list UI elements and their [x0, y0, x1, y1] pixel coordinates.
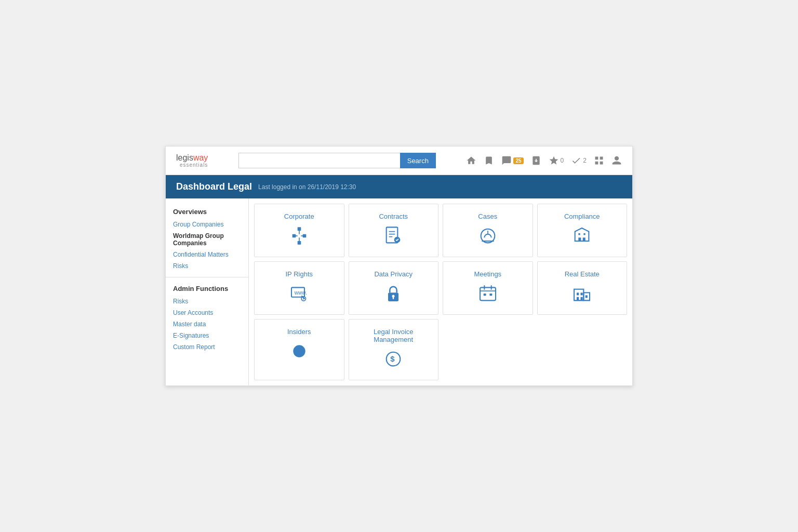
main-layout: Overviews Group Companies Worldmap Group… — [166, 198, 632, 385]
tile-meetings[interactable]: Meetings — [443, 261, 533, 315]
sidebar-item-worldmap[interactable]: Worldmap Group Companies — [166, 230, 248, 249]
svg-rect-39 — [586, 295, 588, 298]
sidebar-item-master-data[interactable]: Master data — [166, 318, 248, 330]
sidebar-item-e-signatures[interactable]: E-Signatures — [166, 330, 248, 341]
svg-rect-26 — [393, 297, 394, 299]
sidebar-item-risks-admin[interactable]: Risks — [166, 296, 248, 307]
dashboard-title: Dashboard Legal — [176, 181, 252, 192]
sidebar-item-group-companies[interactable]: Group Companies — [166, 219, 248, 230]
header: legisway essentials Search 25 — [166, 147, 632, 175]
insiders-icon — [289, 341, 310, 364]
grid-icon-btn[interactable] — [594, 155, 604, 166]
ip-rights-icon: www. — [289, 283, 310, 306]
svg-rect-19 — [584, 233, 586, 235]
tile-contracts[interactable]: Contracts — [349, 204, 439, 257]
svg-rect-0 — [297, 227, 301, 231]
svg-rect-32 — [489, 294, 492, 296]
data-privacy-icon — [383, 283, 404, 306]
tile-legal-invoice-label: Legal Invoice Management — [354, 328, 433, 343]
cases-icon — [477, 225, 498, 248]
svg-rect-35 — [577, 292, 579, 295]
svg-point-41 — [293, 345, 305, 357]
tile-ip-rights-label: IP Rights — [285, 270, 313, 278]
logo-legis: legis — [176, 153, 193, 162]
svg-rect-36 — [581, 292, 583, 295]
logo: legisway essentials — [176, 153, 208, 168]
check-count: 2 — [583, 157, 587, 164]
svg-rect-31 — [483, 294, 486, 296]
app-container: legisway essentials Search 25 — [165, 146, 633, 386]
legal-invoice-icon: $ — [383, 349, 404, 371]
messages-badge: 25 — [513, 157, 523, 164]
tile-corporate[interactable]: Corporate — [254, 204, 344, 257]
tile-real-estate-label: Real Estate — [565, 270, 600, 278]
svg-rect-18 — [579, 233, 580, 235]
sidebar-divider — [166, 277, 248, 277]
star-count: 0 — [561, 157, 564, 164]
svg-text:www.: www. — [294, 290, 307, 296]
header-icons: 25 0 2 — [466, 155, 622, 166]
tile-contracts-label: Contracts — [379, 212, 408, 220]
search-input[interactable] — [238, 153, 400, 168]
logo-way: way — [193, 153, 208, 162]
tile-insiders-label: Insiders — [287, 328, 311, 336]
corporate-icon — [289, 225, 310, 248]
sidebar-item-confidential[interactable]: Confidential Matters — [166, 249, 248, 260]
tile-real-estate[interactable]: Real Estate — [537, 261, 628, 315]
compliance-icon — [571, 225, 592, 248]
dashboard-grid: Corporate Contracts Cases — [254, 204, 627, 380]
check-icon-btn[interactable]: 2 — [571, 155, 587, 166]
svg-rect-37 — [577, 297, 579, 301]
meetings-icon — [477, 283, 498, 306]
content-area: Corporate Contracts Cases — [249, 198, 632, 385]
tile-ip-rights[interactable]: IP Rights www. — [254, 261, 344, 315]
overviews-title: Overviews — [166, 206, 248, 219]
tile-cases[interactable]: Cases — [443, 204, 533, 257]
tile-data-privacy[interactable]: Data Privacy — [349, 261, 439, 315]
bookmark-icon-btn[interactable] — [484, 155, 494, 166]
sidebar: Overviews Group Companies Worldmap Group… — [166, 198, 249, 385]
dashboard-subtitle: Last logged in on 26/11/2019 12:30 — [258, 183, 356, 191]
svg-rect-38 — [581, 297, 583, 301]
tile-compliance-label: Compliance — [564, 212, 600, 220]
sidebar-item-user-accounts[interactable]: User Accounts — [166, 307, 248, 318]
svg-text:$: $ — [390, 354, 395, 363]
svg-rect-3 — [297, 241, 301, 245]
tile-corporate-label: Corporate — [284, 212, 314, 220]
star-icon-btn[interactable]: 0 — [549, 155, 564, 166]
dashboard-bar: Dashboard Legal Last logged in on 26/11/… — [166, 175, 632, 198]
contracts-icon — [383, 225, 404, 248]
logo-text: legisway — [176, 153, 208, 163]
user-icon-btn[interactable] — [611, 155, 622, 166]
tile-insiders[interactable]: Insiders — [254, 319, 344, 380]
search-button[interactable]: Search — [400, 153, 436, 168]
home-icon-btn[interactable] — [466, 155, 476, 166]
sidebar-item-custom-report[interactable]: Custom Report — [166, 341, 248, 353]
svg-rect-27 — [480, 287, 496, 300]
admin-title: Admin Functions — [166, 283, 248, 296]
messages-icon-btn[interactable]: 25 — [501, 155, 523, 166]
search-area: Search — [238, 153, 436, 168]
tile-legal-invoice[interactable]: Legal Invoice Management $ — [349, 319, 439, 380]
logo-sub: essentials — [176, 162, 208, 168]
real-estate-icon — [571, 283, 592, 306]
book-icon-btn[interactable] — [531, 155, 541, 166]
tile-cases-label: Cases — [478, 212, 497, 220]
tile-data-privacy-label: Data Privacy — [374, 270, 413, 278]
tile-compliance[interactable]: Compliance — [537, 204, 628, 257]
tile-meetings-label: Meetings — [474, 270, 501, 278]
sidebar-item-risks-overview[interactable]: Risks — [166, 260, 248, 272]
